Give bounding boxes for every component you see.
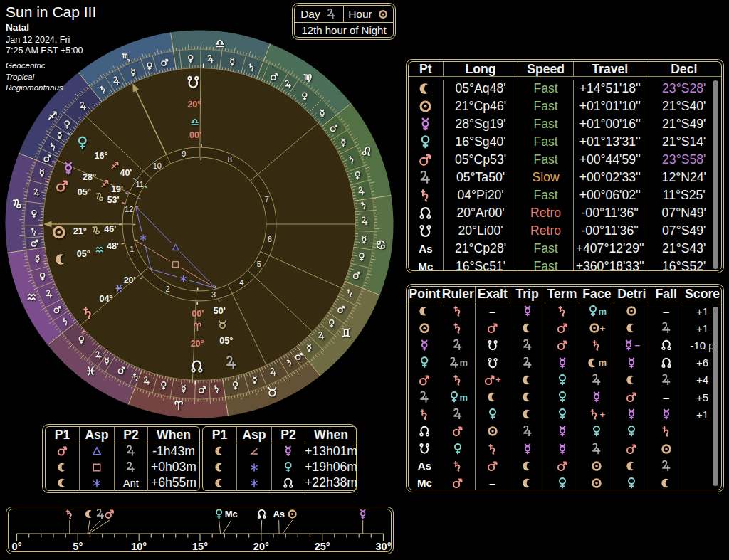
svg-text:05°: 05° bbox=[219, 336, 233, 346]
svg-text:25°: 25° bbox=[315, 541, 330, 552]
svg-text:28°: 28° bbox=[83, 172, 96, 182]
svg-text:4: 4 bbox=[239, 278, 243, 287]
svg-text:Mc: Mc bbox=[225, 509, 238, 519]
svg-text:10°: 10° bbox=[131, 541, 147, 552]
svg-text:As: As bbox=[273, 509, 285, 519]
svg-text:8: 8 bbox=[228, 155, 232, 164]
svg-text:05°: 05° bbox=[77, 249, 90, 259]
svg-text:12: 12 bbox=[125, 205, 133, 213]
svg-text:20°: 20° bbox=[253, 541, 269, 552]
svg-text:50': 50' bbox=[214, 306, 226, 316]
svg-text:9: 9 bbox=[182, 149, 186, 158]
svg-text:00': 00' bbox=[192, 309, 204, 319]
svg-text:5°: 5° bbox=[73, 541, 83, 552]
svg-text:04°: 04° bbox=[99, 294, 112, 304]
svg-text:6: 6 bbox=[268, 235, 272, 243]
svg-text:53': 53' bbox=[107, 195, 120, 205]
svg-text:20': 20' bbox=[124, 275, 136, 285]
svg-text:3: 3 bbox=[211, 290, 216, 299]
svg-text:1: 1 bbox=[130, 245, 134, 253]
svg-text:40': 40' bbox=[120, 168, 132, 178]
svg-text:11: 11 bbox=[135, 180, 143, 189]
svg-text:2: 2 bbox=[166, 285, 170, 293]
svg-text:5: 5 bbox=[257, 260, 261, 268]
svg-text:19': 19' bbox=[111, 184, 123, 194]
svg-text:0°: 0° bbox=[12, 541, 22, 552]
svg-text:20°: 20° bbox=[187, 100, 201, 110]
svg-text:05°: 05° bbox=[78, 187, 91, 197]
svg-text:7: 7 bbox=[265, 195, 269, 204]
svg-text:00': 00' bbox=[189, 130, 201, 140]
svg-text:20°: 20° bbox=[191, 339, 204, 349]
svg-text:30°: 30° bbox=[376, 541, 392, 552]
svg-text:15°: 15° bbox=[192, 541, 208, 552]
svg-text:10: 10 bbox=[153, 162, 162, 170]
svg-text:16°: 16° bbox=[95, 151, 108, 161]
svg-text:48': 48' bbox=[107, 241, 119, 251]
svg-text:21°: 21° bbox=[73, 226, 87, 236]
svg-text:46': 46' bbox=[104, 224, 116, 234]
